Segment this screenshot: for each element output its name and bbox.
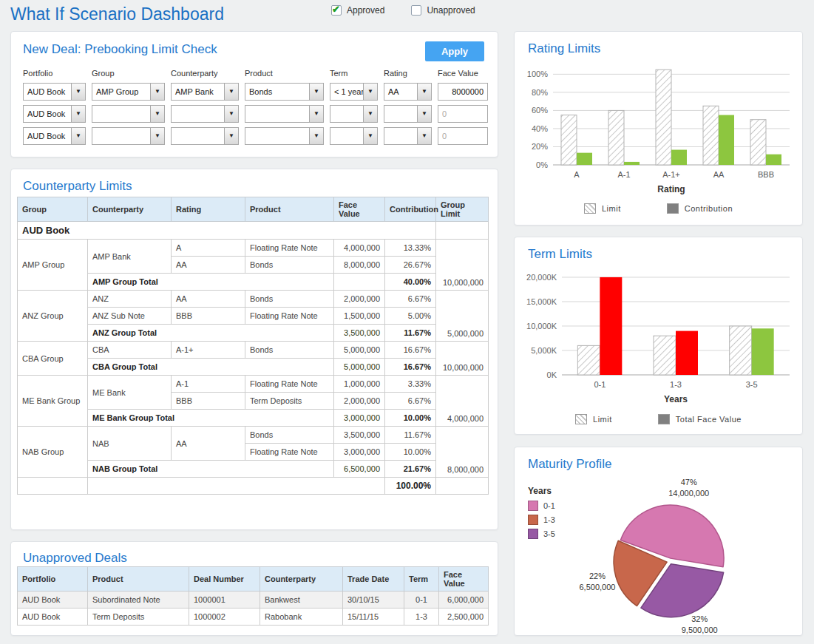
solid-swatch-icon [658,414,670,424]
dropdown-arrow-icon[interactable]: ▼ [150,128,164,144]
dropdown-arrow-icon[interactable]: ▼ [309,106,323,122]
cell: 10.00% [385,444,436,461]
field-label-counterparty: Counterparty [171,69,239,78]
cell: Bonds [245,257,334,274]
rating-select-row3[interactable]: ▼ [384,127,432,145]
group-select-row3[interactable]: ▼ [92,127,165,145]
selected-value: Bonds [245,84,309,100]
dropdown-arrow-icon[interactable]: ▼ [309,84,323,100]
dropdown-arrow-icon[interactable]: ▼ [150,106,164,122]
column-header: Group Limit [436,197,489,222]
svg-text:BBB: BBB [758,170,774,179]
face-value-input-row3[interactable] [438,127,488,145]
product-select-row1[interactable]: Bonds▼ [245,83,324,101]
svg-text:40%: 40% [532,124,548,133]
dropdown-arrow-icon[interactable]: ▼ [417,106,431,122]
selected-value: AMP Group [92,84,150,100]
dropdown-arrow-icon[interactable]: ▼ [224,84,238,100]
counterparty-select-row2[interactable]: ▼ [171,105,239,123]
unapproved-deals-panel: Unapproved Deals PortfolioProductDeal Nu… [10,541,498,636]
cell: 26.67% [385,257,436,274]
column-header: Deal Number [189,567,260,592]
term-select-row3[interactable]: ▼ [330,127,378,145]
field-portfolio: AUD Book▼ [23,127,86,145]
cell: 1,000,000 [334,376,385,393]
cell: 15/11/15 [343,609,404,626]
legend-item: Limit [584,203,621,214]
field-portfolio: AUD Book▼ [23,83,86,101]
portfolio-select-row2[interactable]: AUD Book▼ [23,105,86,123]
cell: 8,000,000 [334,257,385,274]
portfolio-select-row3[interactable]: AUD Book▼ [23,127,86,145]
total-face-value-bar-0-1 [600,277,622,375]
approval-filters: ✔ Approved ✔ Unapproved [331,5,475,16]
cell: CBA [88,342,172,359]
face-value-input-row1[interactable] [438,83,488,101]
table-row: AUD BookTerm Deposits1000002Rabobank15/1… [18,609,489,626]
cell: 1000001 [189,592,260,609]
dropdown-arrow-icon[interactable]: ▼ [150,84,164,100]
dropdown-arrow-icon[interactable]: ▼ [71,106,85,122]
dropdown-arrow-icon[interactable]: ▼ [309,128,323,144]
table-row: AUD Book [18,222,489,240]
portfolio-select-row1[interactable]: AUD Book▼ [23,83,86,101]
product-select-row3[interactable]: ▼ [245,127,324,145]
term-limits-legend: LimitTotal Face Value [515,414,802,424]
svg-text:20%: 20% [532,142,548,151]
svg-text:A: A [574,170,580,179]
filter-unapproved[interactable]: ✔ Unapproved [411,5,475,16]
dropdown-arrow-icon[interactable]: ▼ [417,84,431,100]
table-row: NAB Group Total6,500,00021.67% [18,461,489,478]
cell: AUD Book [18,609,88,626]
dropdown-arrow-icon[interactable]: ▼ [71,84,85,100]
filter-approved[interactable]: ✔ Approved [331,5,384,16]
dropdown-arrow-icon[interactable]: ▼ [224,106,238,122]
cell: ANZ Group [18,291,88,342]
face-value-input-row2[interactable] [438,105,488,123]
rating-select-row2[interactable]: ▼ [384,105,432,123]
cell: 11.67% [385,427,436,444]
unapproved-checkbox[interactable]: ✔ [411,5,421,16]
table-header-row: GroupCounterpartyRatingProductFace Value… [18,197,489,222]
dropdown-arrow-icon[interactable]: ▼ [71,128,85,144]
cell: 16.67% [385,359,436,376]
product-select-row2[interactable]: ▼ [245,105,324,123]
slice-value: 14,000,000 [668,488,709,499]
group-select-row1[interactable]: AMP Group▼ [92,83,165,101]
page-title: What If Scenario Dashboard [10,4,224,24]
svg-text:1-3: 1-3 [670,380,682,389]
cell: CBA Group Total [88,359,334,376]
legend-item: Total Face Value [658,414,742,424]
total-face-value-bar-3-5 [752,328,774,375]
term-select-row1[interactable]: < 1 year▼ [330,83,378,101]
legend-label: Limit [602,204,621,213]
svg-text:Rating: Rating [657,184,685,194]
dropdown-arrow-icon[interactable]: ▼ [363,84,377,100]
dropdown-arrow-icon[interactable]: ▼ [363,106,377,122]
term-select-row2[interactable]: ▼ [330,105,378,123]
field-product: Bonds▼ [245,83,324,101]
table-row: NAB GroupNABAABonds3,500,00011.67%8,000,… [18,427,489,444]
table-row: ANZ GroupANZAABonds2,000,0006.67%5,000,0… [18,291,489,308]
field-term: < 1 year▼ [330,83,378,101]
cell: AA [172,291,245,308]
field-term: ▼ [330,105,378,123]
dropdown-arrow-icon[interactable]: ▼ [224,128,238,144]
cell: 10,000,000 [436,342,489,376]
cell: Term Deposits [88,609,189,626]
counterparty-select-row3[interactable]: ▼ [171,127,239,145]
approved-checkbox[interactable]: ✔ [331,5,342,16]
legend-item: Limit [575,414,612,424]
unapproved-checkbox-label: Unapproved [427,5,475,16]
table-row: 100.00% [18,478,489,495]
group-select-row2[interactable]: ▼ [92,105,165,123]
cell: 3,000,000 [334,410,385,427]
counterparty-select-row1[interactable]: AMP Bank▼ [171,83,239,101]
apply-button[interactable]: Apply [425,41,484,61]
rating-select-row1[interactable]: AA▼ [384,83,432,101]
dropdown-arrow-icon[interactable]: ▼ [417,128,431,144]
limit-bar-AA [703,106,719,165]
cell: AUD Book [18,592,88,609]
cell: 2,000,000 [334,393,385,410]
dropdown-arrow-icon[interactable]: ▼ [363,128,377,144]
